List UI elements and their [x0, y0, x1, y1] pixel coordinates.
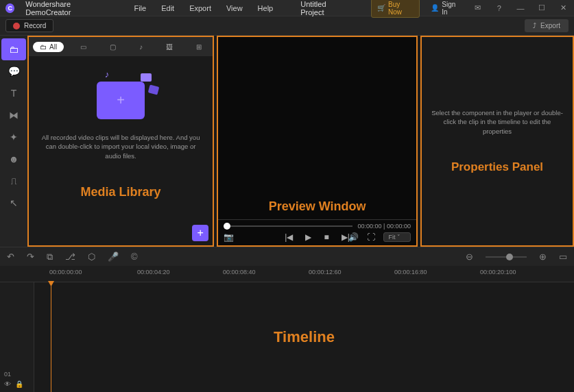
rail-audio-icon[interactable]: ⎍ — [1, 170, 26, 192]
rail-transition-icon[interactable]: ⧓ — [1, 104, 26, 126]
playhead[interactable] — [51, 282, 51, 392]
project-name: Untitled Project — [300, 0, 349, 16]
properties-hint: Select the component in the player or do… — [430, 108, 564, 136]
media-illustration-icon: ♪ — [97, 82, 145, 119]
upload-icon: ⤴ — [533, 22, 536, 29]
track-header: 01 👁 🔒 — [0, 282, 34, 392]
media-body[interactable]: ♪ All recorded video clips will be displ… — [29, 56, 213, 245]
zoom-slider[interactable] — [486, 256, 527, 258]
timeline-label: Timeline — [274, 328, 335, 346]
time-display: 00:00:00 | 00:00:00 — [358, 223, 411, 230]
export-button[interactable]: ⤴Export — [525, 19, 569, 32]
media-label: Media Library — [81, 185, 161, 199]
preview-controls: 00:00:00 | 00:00:00 📷 |◀ ▶ ■ ▶| 🔊 ⛶ Fit … — [218, 219, 416, 245]
scrubber-handle[interactable] — [224, 223, 230, 230]
ruler-tick: 00:00:04:20 — [137, 269, 170, 275]
mail-icon[interactable]: ✉ — [473, 3, 483, 13]
main-area: 🗀 💬 T ⧓ ✦ ☻ ⎍ ↖ 🗀All ▭ ▢ ♪ 🖼 ⊞ ♪ All rec… — [0, 36, 574, 247]
ruler-tick: 00:00:12:60 — [309, 269, 342, 275]
media-tab-all[interactable]: 🗀All — [33, 42, 64, 52]
app-name: Wondershare DemoCreator — [25, 0, 113, 16]
media-library-panel: 🗀All ▭ ▢ ♪ 🖼 ⊞ ♪ All recorded video clip… — [27, 36, 214, 247]
media-tab-video-icon[interactable]: ▭ — [73, 42, 93, 52]
record-icon — [13, 23, 20, 29]
ruler-tick: 00:00:00:00 — [49, 269, 82, 275]
stop-button[interactable]: ■ — [324, 232, 328, 242]
menu-export[interactable]: Export — [189, 4, 211, 12]
preview-label: Preview Window — [269, 199, 366, 214]
titlebar: C Wondershare DemoCreator File Edit Expo… — [0, 0, 574, 16]
rail-annotation-icon[interactable]: 💬 — [1, 60, 26, 82]
rail-stickers-icon[interactable]: ☻ — [1, 148, 26, 170]
crop-icon[interactable]: ⧉ — [47, 252, 53, 262]
fit-select[interactable]: Fit ˅ — [383, 232, 411, 242]
fullscreen-icon[interactable]: ⛶ — [367, 232, 375, 242]
preview-canvas[interactable]: Preview Window — [218, 37, 416, 219]
track-number: 01 — [4, 371, 29, 378]
zoom-out-button[interactable]: ⊖ — [466, 252, 473, 262]
cart-icon: 🛒 — [377, 4, 385, 12]
add-media-button[interactable]: + — [192, 225, 208, 241]
timeline-area: 00:00:00:00 00:00:04:20 00:00:08:40 00:0… — [0, 266, 574, 392]
media-tab-clip-icon[interactable]: ▢ — [103, 42, 123, 52]
app-logo-icon: C — [5, 3, 14, 13]
menu-file[interactable]: File — [134, 4, 146, 12]
rail-effects-icon[interactable]: ✦ — [1, 126, 26, 148]
menu-edit[interactable]: Edit — [161, 4, 174, 12]
marker-icon[interactable]: ⬡ — [88, 252, 95, 262]
zoom-fit-icon[interactable]: ▭ — [559, 252, 567, 262]
media-tab-grid-icon[interactable]: ⊞ — [189, 42, 208, 52]
sign-in-button[interactable]: 👤Sign In — [431, 1, 462, 16]
close-button[interactable]: ✕ — [558, 3, 569, 13]
preview-panel: Preview Window 00:00:00 | 00:00:00 📷 |◀ … — [217, 36, 418, 247]
rail-caption-icon[interactable]: T — [1, 82, 26, 104]
prev-frame-button[interactable]: |◀ — [285, 232, 293, 242]
menu-view[interactable]: View — [226, 4, 243, 12]
zoom-thumb[interactable] — [506, 254, 513, 260]
user-icon: 👤 — [431, 4, 439, 12]
properties-label: Properties Panel — [451, 160, 543, 174]
timeline-toolbar: ↶ ↷ ⧉ ⎇ ⬡ 🎤 © ⊖ ⊕ ▭ — [0, 247, 574, 266]
minimize-button[interactable]: — — [515, 3, 525, 13]
toolbar: Record ⤴Export — [0, 16, 574, 36]
lock-icon[interactable]: 🔒 — [15, 380, 23, 388]
split-icon[interactable]: ⎇ — [65, 252, 75, 262]
rail-media-icon[interactable]: 🗀 — [1, 38, 26, 60]
folder-icon: 🗀 — [40, 43, 47, 51]
snapshot-icon[interactable]: 📷 — [224, 232, 234, 242]
undo-button[interactable]: ↶ — [7, 252, 14, 262]
help-icon[interactable]: ? — [494, 3, 504, 13]
voiceover-icon[interactable]: 🎤 — [108, 252, 119, 262]
menu-bar: File Edit Export View Help — [134, 4, 273, 12]
media-tab-image-icon[interactable]: 🖼 — [159, 42, 180, 52]
menu-help[interactable]: Help — [258, 4, 274, 12]
play-button[interactable]: ▶ — [305, 232, 311, 242]
visibility-icon[interactable]: 👁 — [4, 380, 11, 388]
buy-now-button[interactable]: 🛒Buy Now — [371, 0, 420, 18]
media-tab-audio-icon[interactable]: ♪ — [132, 42, 150, 52]
media-tabs: 🗀All ▭ ▢ ♪ 🖼 ⊞ — [29, 37, 213, 56]
volume-icon[interactable]: 🔊 — [348, 232, 359, 242]
record-button[interactable]: Record — [5, 19, 53, 32]
redo-button[interactable]: ↷ — [27, 252, 34, 262]
zoom-in-button[interactable]: ⊕ — [539, 252, 547, 262]
ruler-tick: 00:00:20:100 — [480, 269, 516, 275]
maximize-button[interactable]: ☐ — [537, 3, 547, 13]
ruler-tick: 00:00:08:40 — [223, 269, 256, 275]
timeline-ruler[interactable]: 00:00:00:00 00:00:04:20 00:00:08:40 00:0… — [0, 266, 574, 282]
rail-cursor-icon[interactable]: ↖ — [1, 192, 26, 214]
timeline-tracks[interactable]: Timeline — [34, 282, 574, 392]
side-rail: 🗀 💬 T ⧓ ✦ ☻ ⎍ ↖ — [0, 36, 27, 247]
scrubber[interactable] — [224, 225, 352, 227]
ruler-tick: 00:00:16:80 — [394, 269, 427, 275]
media-hint: All recorded video clips will be display… — [41, 133, 200, 160]
properties-panel: Select the component in the player or do… — [420, 36, 574, 247]
copyright-icon[interactable]: © — [131, 252, 138, 262]
